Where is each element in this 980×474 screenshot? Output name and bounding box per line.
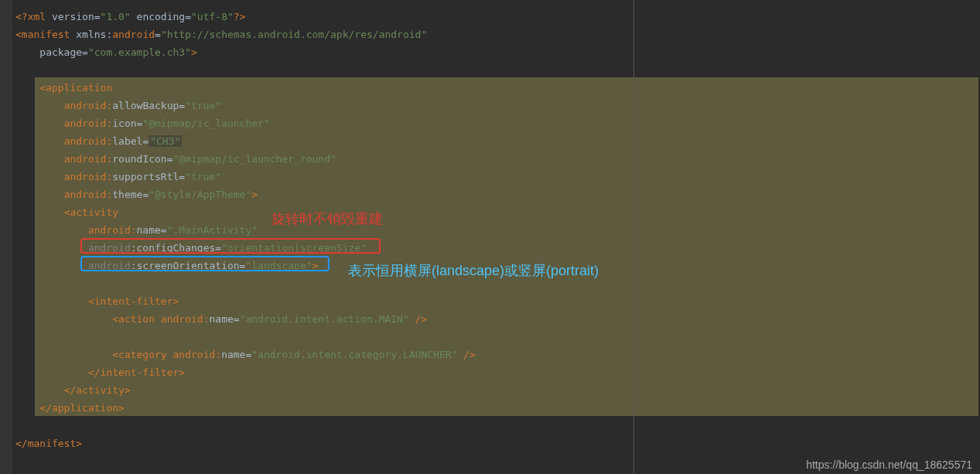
code-line: package="com.example.ch3"> — [15, 43, 980, 61]
code-line — [15, 61, 980, 79]
code-line: android:supportsRtl="true" — [15, 168, 980, 186]
code-line: <action android:name="android.intent.act… — [15, 310, 980, 328]
code-line: <category android:name="android.intent.c… — [15, 346, 980, 363]
code-line: <?xml version="1.0" encoding="utf-8"?> — [15, 8, 980, 26]
annotation-box-blue — [80, 256, 330, 271]
code-line: android:name=".MainActivity" — [15, 221, 980, 239]
code-line: android:label="CH3" — [15, 132, 980, 150]
code-line: <activity — [15, 203, 980, 221]
code-editor[interactable]: <?xml version="1.0" encoding="utf-8"?> <… — [0, 0, 980, 474]
code-line: android:icon="@mipmap/ic_launcher" — [15, 114, 980, 132]
code-line — [15, 417, 980, 435]
annotation-red-text: 旋转时不销毁重建 — [271, 210, 383, 228]
watermark: https://blog.csdn.net/qq_18625571 — [806, 459, 972, 471]
code-line: </application> — [15, 399, 980, 417]
code-line: </intent-filter> — [15, 363, 980, 381]
code-line: <intent-filter> — [15, 292, 980, 310]
code-line: android:roundIcon="@mipmap/ic_launcher_r… — [15, 150, 980, 168]
code-line: android:theme="@style/AppTheme"> — [15, 186, 980, 203]
annotation-blue-text: 表示恒用横屏(landscape)或竖屏(portrait) — [348, 261, 599, 280]
editor-gutter — [0, 0, 12, 474]
editor-margin-line — [633, 0, 634, 474]
code-content[interactable]: <?xml version="1.0" encoding="utf-8"?> <… — [12, 0, 980, 474]
code-line: <manifest xmlns:android="http://schemas.… — [15, 26, 980, 43]
annotation-box-red — [80, 238, 381, 254]
code-line — [15, 328, 980, 346]
code-line: android:allowBackup="true" — [15, 97, 980, 114]
code-line: </activity> — [15, 381, 980, 399]
code-line: </manifest> — [15, 435, 980, 452]
code-line: <application — [15, 79, 980, 97]
